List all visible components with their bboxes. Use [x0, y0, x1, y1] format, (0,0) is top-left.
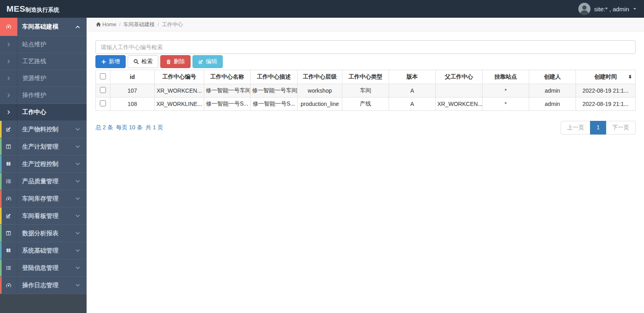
column-header-2[interactable]: 工作中心名称: [204, 70, 251, 84]
breadcrumb: Home/车间基础建模/工作中心: [87, 18, 644, 31]
column-header-10[interactable]: 创建时间: [576, 70, 636, 84]
plus-button[interactable]: 新增: [95, 55, 126, 68]
search-input[interactable]: [95, 40, 636, 54]
page-1-button[interactable]: 1: [590, 121, 606, 135]
sidebar-subitem-1[interactable]: 工艺路线: [0, 53, 87, 70]
column-header-label: 工作中心名称: [210, 73, 244, 80]
sidebar-group-7[interactable]: 系统基础管理: [0, 242, 87, 259]
top-navbar: MES制造执行系统 site:* , admin: [0, 0, 644, 18]
chevron-down-icon: [75, 127, 80, 132]
gauge-icon: [6, 282, 12, 288]
cell-value: 2022-08-19 21:1...: [582, 87, 628, 94]
breadcrumb-label: Home: [102, 21, 116, 27]
page-body: 新增检索删除编辑 id工作中心编号工作中心名称工作中心描述工作中心层级工作中心类…: [87, 31, 644, 135]
column-header-6[interactable]: 版本: [389, 70, 436, 84]
row-select-cell: [96, 97, 110, 111]
sidebar-subitem-3[interactable]: 操作维护: [0, 87, 87, 104]
cell-value: XR_WORKCEN...: [437, 101, 482, 107]
sidebar-group-label: 生产计划管理: [17, 143, 75, 151]
sidebar-group-label: 车间库存管理: [17, 195, 75, 203]
column-header-1[interactable]: 工作中心编号: [155, 70, 204, 84]
search-icon: [133, 59, 139, 64]
sidebar-submenu: 站点维护工艺路线资源维护操作维护工作中心: [0, 36, 87, 121]
sidebar-group-4[interactable]: 车间库存管理: [0, 190, 87, 207]
sidebar-group-1[interactable]: 生产计划管理: [0, 138, 87, 155]
chevron-down-icon: [75, 214, 80, 218]
table-row-1[interactable]: 108XR_WORKLINE...修一智能一号S...修一智能一号S...pro…: [96, 97, 636, 111]
sidebar-subitem-label: 工艺路线: [17, 58, 87, 65]
cell-value: 修一智能一号S...: [253, 100, 295, 107]
breadcrumb-item-0[interactable]: Home: [96, 21, 116, 27]
prev-page-button[interactable]: 上一页: [561, 121, 590, 135]
sidebar-group-active[interactable]: 车间基础建模: [0, 18, 87, 36]
sidebar-subitem-label: 工作中心: [17, 108, 87, 116]
sidebar-group-5[interactable]: 车间看板管理: [0, 207, 87, 225]
sidebar-subitem-0[interactable]: 站点维护: [0, 36, 87, 53]
sidebar-group-label: 操作日志管理: [17, 282, 75, 289]
cell-value: A: [410, 101, 414, 107]
sidebar-groups: 生产物料控制生产计划管理生产过程控制产品质量管理车间库存管理车间看板管理数据分析…: [0, 121, 87, 294]
row-checkbox[interactable]: [100, 100, 106, 106]
sidebar-group-label: 车间看板管理: [17, 212, 75, 220]
cell-value: 2022-08-19 21:1...: [582, 101, 628, 107]
chevron-down-icon: [75, 231, 80, 236]
chevron-right-icon: [6, 93, 11, 97]
breadcrumb-item-1[interactable]: 车间基础建模: [123, 21, 155, 28]
search-button[interactable]: 检索: [128, 55, 158, 68]
column-header-9[interactable]: 创建人: [529, 70, 576, 84]
sidebar-subitem-4[interactable]: 工作中心: [0, 104, 87, 121]
chevron-right-icon: [6, 59, 11, 64]
group-color-strip: [0, 138, 2, 155]
cell: 修一智能一号S...: [204, 97, 251, 111]
columns-icon: [6, 144, 11, 149]
column-header-7[interactable]: 父工作中心: [436, 70, 482, 84]
sidebar-group-label: 系统基础管理: [17, 247, 75, 255]
column-header-8[interactable]: 挂靠站点: [482, 70, 529, 84]
app-logo[interactable]: MES制造执行系统: [0, 4, 87, 14]
list-icon: [6, 265, 11, 271]
edit-icon: [198, 59, 203, 64]
column-header-0[interactable]: id: [110, 70, 155, 84]
user-menu[interactable]: site:* , admin: [578, 3, 644, 15]
breadcrumb-label: 工作中心: [162, 21, 183, 28]
breadcrumb-separator: /: [119, 21, 121, 27]
sidebar-group-3[interactable]: 产品质量管理: [0, 173, 87, 190]
app-logo-text: 制造执行系统: [25, 6, 59, 14]
column-header-3[interactable]: 工作中心描述: [251, 70, 298, 84]
row-checkbox[interactable]: [100, 87, 106, 93]
trash-button[interactable]: 删除: [160, 55, 191, 68]
table-row-0[interactable]: 107XR_WORKCEN...修一智能一号车间修一智能一号车间workshop…: [96, 84, 636, 97]
sidebar-subitem-label: 操作维护: [17, 91, 87, 99]
cell-value: 108: [128, 101, 137, 107]
cell-value: *: [505, 87, 507, 94]
column-header-5[interactable]: 工作中心类型: [342, 70, 389, 84]
sidebar-subitem-label: 资源维护: [17, 75, 87, 82]
sidebar-group-6[interactable]: 数据分析报表: [0, 225, 87, 242]
sidebar-group-8[interactable]: 登陆信息管理: [0, 259, 87, 277]
sidebar-subitem-2[interactable]: 资源维护: [0, 70, 87, 87]
chevron-down-icon: [75, 265, 80, 270]
column-header-4[interactable]: 工作中心层级: [298, 70, 342, 84]
button-label: 删除: [174, 58, 185, 65]
chevron-down-icon: [75, 283, 80, 288]
edit-button[interactable]: 编辑: [193, 55, 223, 68]
select-all-checkbox[interactable]: [100, 73, 106, 79]
cell: XR_WORKLINE...: [155, 97, 204, 111]
cell-value: admin: [545, 87, 560, 94]
cell: *: [482, 84, 529, 97]
sidebar-group-0[interactable]: 生产物料控制: [0, 121, 87, 138]
cell: 修一智能一号车间: [251, 84, 298, 97]
chevron-down-icon: [75, 179, 80, 184]
group-color-strip: [0, 242, 2, 259]
cell-value: production_line: [301, 101, 339, 107]
next-page-button[interactable]: 下一页: [606, 121, 636, 135]
column-header-label: 工作中心类型: [349, 73, 383, 80]
group-color-strip: [0, 190, 2, 207]
cell-value: XR_WORKLINE...: [156, 101, 202, 107]
cell: 修一智能一号S...: [251, 97, 298, 111]
pin-icon[interactable]: [628, 75, 632, 79]
sidebar-group-9[interactable]: 操作日志管理: [0, 277, 87, 294]
sidebar-group-2[interactable]: 生产过程控制: [0, 155, 87, 173]
group-color-strip: [0, 277, 2, 294]
row-select-cell: [96, 84, 110, 97]
